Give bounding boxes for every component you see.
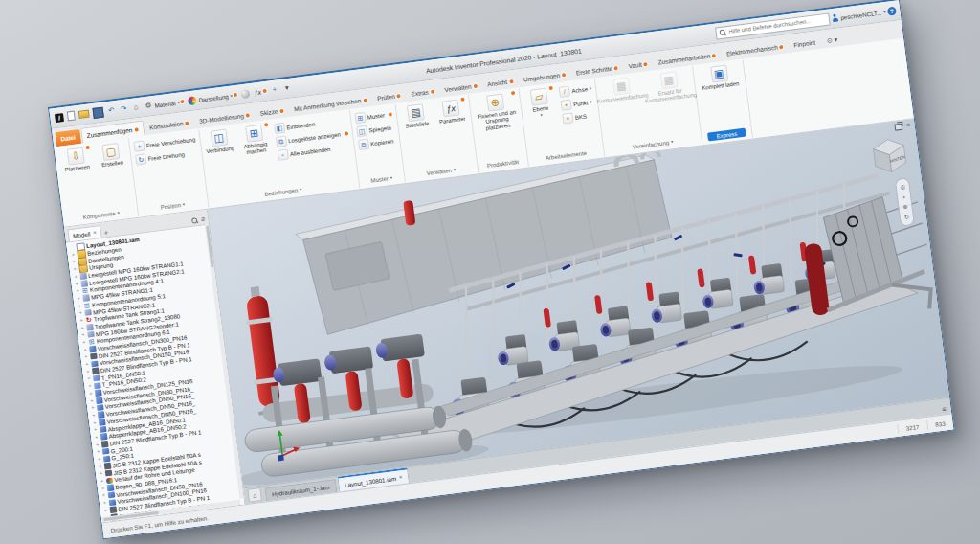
annotation-dot	[262, 89, 266, 93]
expander-icon[interactable]: +	[87, 384, 93, 390]
home-icon[interactable]: ⌂	[247, 487, 262, 503]
expander-icon[interactable]: +	[83, 354, 89, 360]
expander-icon[interactable]: +	[97, 457, 102, 463]
ribbon-button-verbindung[interactable]: ◫Verbindung	[201, 125, 237, 155]
zoom-icon[interactable]: ⊕	[902, 204, 908, 211]
pattern-icon: ⊞	[354, 112, 366, 124]
expander-icon[interactable]: +	[71, 260, 77, 265]
button-label: Komplett laden	[702, 80, 740, 91]
ribbon-group-komponente: ⇩Platzieren▢ErstellenKomponente▾	[56, 138, 139, 225]
expander-icon[interactable]: +	[74, 282, 79, 287]
expander-icon[interactable]: +	[90, 406, 96, 412]
redo-icon[interactable]: ↷	[118, 102, 130, 116]
help-icon[interactable]: ?	[887, 6, 897, 15]
annotation-dot	[279, 108, 283, 112]
new-file-icon[interactable]	[66, 109, 78, 123]
expander-icon[interactable]: +	[78, 318, 84, 324]
orbit-icon[interactable]: ↻	[904, 215, 910, 221]
home-icon[interactable]: ⌂	[130, 101, 143, 114]
annotation-dot	[180, 100, 184, 103]
qat-customize-chevron[interactable]: ▾	[281, 81, 294, 95]
expander-icon[interactable]: +	[77, 304, 82, 309]
group-label-text: Verwalten	[426, 167, 452, 175]
annotation-dot	[509, 79, 513, 83]
pan-icon[interactable]: +	[902, 193, 906, 199]
expander-icon[interactable]: +	[78, 310, 83, 316]
expander-icon[interactable]: +	[100, 479, 105, 485]
full-navigation-wheel-icon[interactable]: ◎	[900, 184, 905, 191]
annotation-dot	[511, 91, 515, 95]
chevron-down-icon: ▾	[183, 202, 186, 207]
expander-icon[interactable]: +	[73, 274, 78, 280]
ribbon-button-st-ckliste[interactable]: ▤Stückliste	[398, 101, 434, 130]
qat-item-label: Material	[154, 100, 176, 109]
close-icon[interactable]: ×	[906, 122, 912, 130]
expander-icon[interactable]: +	[93, 427, 99, 433]
ribbon-button-parameter[interactable]: ƒxParameter	[433, 96, 469, 125]
appearance-dropdown[interactable]: Darstellung▾	[187, 88, 239, 107]
user-icon	[831, 13, 839, 23]
expander-icon[interactable]: +	[95, 442, 100, 448]
ribbon-button-komplett-laden[interactable]: ▣Komplett laden	[695, 61, 744, 92]
expander-icon[interactable]: +	[94, 435, 100, 441]
expander-icon[interactable]: +	[71, 252, 77, 258]
constrain-icon: ⊞	[245, 125, 263, 143]
annotation-dot	[712, 53, 716, 57]
save-icon[interactable]	[91, 105, 105, 120]
tab-label: Extras	[411, 88, 429, 97]
expander-icon[interactable]: +	[101, 493, 107, 499]
express-mode-button[interactable]: Express	[707, 128, 746, 142]
chevron-down-icon: ▾	[590, 100, 592, 104]
account-menu[interactable]: peschkeNCLT... ▾	[831, 7, 886, 22]
expander-icon[interactable]: +	[85, 369, 91, 374]
expander-icon[interactable]: +	[88, 391, 94, 397]
expander-icon[interactable]: +	[98, 465, 103, 470]
expander-icon[interactable]: +	[80, 332, 86, 338]
expander-icon[interactable]: +	[79, 326, 85, 331]
chevron-down-icon: ▾	[540, 113, 543, 118]
undo-icon: ↶	[106, 106, 116, 116]
close-icon[interactable]: ×	[93, 230, 97, 236]
plane-icon: ▱	[530, 88, 548, 106]
ribbon-button-fixieren-und-an-ursprung-platzieren[interactable]: ⊕Fixieren und an Ursprung platzieren	[471, 90, 522, 133]
add-browser-tab-button[interactable]: +	[103, 229, 108, 236]
tab-label: Prüfen	[377, 93, 396, 102]
close-icon[interactable]: ×	[399, 474, 403, 480]
ribbon-button-erstellen[interactable]: ▢Erstellen	[93, 140, 129, 170]
expander-icon[interactable]: +	[86, 376, 92, 382]
inventor-logo[interactable]: I	[54, 110, 66, 124]
expander-icon[interactable]: +	[82, 348, 88, 353]
expander-icon[interactable]: +	[89, 398, 95, 404]
browser-menu-icon[interactable]: ≡	[201, 215, 206, 222]
ribbon-button-platzieren[interactable]: ⇩Platzieren	[58, 145, 95, 174]
open-icon[interactable]	[77, 107, 91, 122]
expander-icon[interactable]: +	[103, 508, 109, 513]
annotation-dot	[614, 65, 618, 69]
expander-icon[interactable]: +	[91, 413, 97, 419]
restore-icon[interactable]	[895, 123, 903, 130]
ribbon-button-ebene[interactable]: ▱Ebene▾	[522, 85, 559, 120]
expander-icon[interactable]: +	[100, 486, 106, 491]
expander-icon[interactable]: +	[99, 471, 104, 477]
expander-icon[interactable]: +	[76, 296, 81, 302]
expander-icon[interactable]: +	[81, 340, 87, 346]
expander-icon[interactable]: +	[84, 362, 90, 368]
group-label-text: Komponente	[82, 210, 116, 219]
view-cube[interactable]: HINTEN	[865, 132, 914, 178]
add-icon[interactable]: +	[269, 83, 281, 97]
browser-search-icon[interactable]	[191, 217, 198, 224]
expander-icon[interactable]: +	[72, 267, 78, 273]
fx-icon[interactable]: ƒx	[252, 84, 269, 99]
button-label: Kopieren	[370, 138, 394, 147]
ribbon-button-abh-ngig-machen[interactable]: ⊞Abhängig machen	[236, 122, 274, 157]
undo-icon[interactable]: ↶	[105, 103, 118, 117]
expander-icon[interactable]: +	[75, 289, 80, 295]
fx-icon: ƒx	[253, 87, 262, 97]
material-dropdown[interactable]: ⚙Material▾	[143, 95, 187, 113]
expander-icon[interactable]: +	[96, 449, 101, 455]
ribbon-options-icon[interactable]: ⊙ ▾	[826, 33, 838, 48]
sphere-icon[interactable]	[239, 87, 252, 101]
ribbon-button-stack: ◧Einblenden⧉Losgelöste anzeigen▫Alle aus…	[271, 111, 352, 162]
expander-icon[interactable]: +	[102, 501, 108, 507]
expander-icon[interactable]: +	[92, 420, 98, 426]
